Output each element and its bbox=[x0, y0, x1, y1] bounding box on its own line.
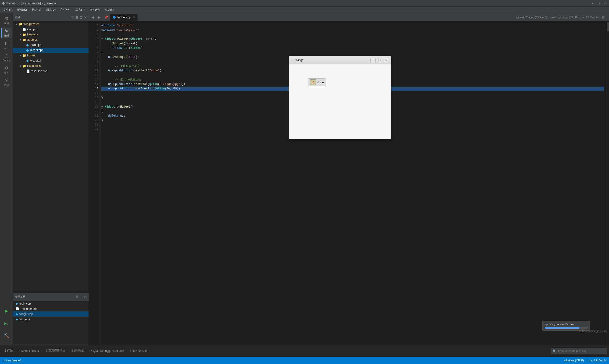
status-bar: ⎇ icon [master] Windows (CRLF) Line: 15,… bbox=[0, 357, 609, 364]
tree-icon: 📁 bbox=[22, 33, 26, 36]
menu-item-构建(B)[interactable]: 构建(B) bbox=[29, 7, 43, 13]
toolbar-split-btn[interactable]: ⊟ bbox=[600, 14, 606, 20]
activity-item-project[interactable]: ⚙项目 bbox=[1, 65, 12, 75]
search-bar[interactable]: 🔍 bbox=[551, 348, 607, 354]
tree-arrow: ▶ bbox=[19, 33, 22, 36]
widget-titlebar: ⚙ Widget − □ × bbox=[289, 56, 391, 64]
widget-maximize-btn[interactable]: □ bbox=[377, 58, 382, 63]
open-docs-header: 打开文档 ⇅ ⊡ ✕ bbox=[13, 293, 89, 301]
tree-item-root[interactable]: ▼ 📁 icon [master] bbox=[13, 21, 89, 27]
project-label: 项目 bbox=[4, 71, 9, 75]
tree-item-forms[interactable]: ▼ 📁 Forms bbox=[13, 53, 89, 58]
menu-item-编辑(E)[interactable]: 编辑(E) bbox=[15, 7, 29, 13]
activity-run[interactable]: ▶ bbox=[1, 306, 12, 316]
line-num-12: 12 bbox=[91, 73, 98, 78]
menu-item-调试(D)[interactable]: 调试(D) bbox=[43, 7, 58, 13]
widget-doge-button[interactable]: 🐕 doge bbox=[308, 78, 326, 86]
editor-area: ◀ ▶ 📌 🔷 widget.cpp ✕ Widget::Widget(QWid… bbox=[89, 13, 609, 345]
menu-item-Analyze[interactable]: Analyze bbox=[58, 7, 73, 13]
line-num-1: 1 bbox=[91, 23, 98, 28]
line-num-16: 16 bbox=[91, 91, 98, 96]
close-button[interactable]: × bbox=[603, 1, 607, 5]
tree-icon: 📁 bbox=[19, 22, 22, 26]
locator-progress-container bbox=[544, 327, 588, 328]
menu-item-工具(T)[interactable]: 工具(T) bbox=[73, 7, 87, 13]
open-docs-filter-icon[interactable]: ⇅ bbox=[75, 295, 78, 299]
toolbar-pin-button[interactable]: 📌 bbox=[103, 14, 109, 20]
line-col-status[interactable]: Line: 15, Col: 44 bbox=[588, 359, 607, 362]
bottom-tab-5-QML-Debugger-Console[interactable]: 5 QML Debugger Console bbox=[88, 348, 127, 354]
open-doc-widget.ui[interactable]: ◆widget.ui bbox=[13, 317, 89, 322]
tree-item-name: Headers bbox=[27, 33, 38, 36]
maximize-button[interactable]: □ bbox=[597, 1, 601, 5]
activity-item-edit[interactable]: ✎编辑 bbox=[1, 28, 12, 38]
open-doc-main.cpp[interactable]: ◆main.cpp bbox=[13, 301, 89, 306]
encoding-status[interactable]: Windows (CRLF) bbox=[564, 359, 584, 362]
sidebar-filter-icon[interactable]: ⇅ bbox=[71, 15, 74, 19]
line-numbers: 123456789101112131415161718192021222324 bbox=[89, 21, 99, 345]
activity-build[interactable]: 🔨 bbox=[1, 331, 12, 341]
minimize-button[interactable]: − bbox=[590, 1, 595, 5]
edit-label: 编辑 bbox=[4, 34, 9, 37]
menu-item-文件(F)[interactable]: 文件(F) bbox=[1, 7, 15, 13]
toolbar-back-button[interactable]: ◀ bbox=[90, 14, 96, 20]
tab-close-button[interactable]: ✕ bbox=[133, 16, 135, 19]
widget-minimize-btn[interactable]: − bbox=[370, 58, 376, 63]
open-docs-close-icon[interactable]: ✕ bbox=[84, 295, 87, 299]
git-status[interactable]: ⎇ icon [master] bbox=[2, 359, 21, 362]
activity-item-welcome[interactable]: ⊞欢迎 bbox=[1, 15, 12, 26]
activity-item-help[interactable]: ?帮助 bbox=[1, 77, 12, 88]
open-docs-title: 打开文档 bbox=[15, 295, 74, 299]
sidebar-split-icon[interactable]: ⊡ bbox=[80, 15, 83, 19]
scroll-thumb[interactable] bbox=[607, 22, 609, 31]
bottom-tab-2-Search-Results[interactable]: 2 Search Results bbox=[16, 348, 43, 354]
open-doc-name: main.cpp bbox=[19, 302, 31, 305]
line-num-23: 23 bbox=[91, 123, 98, 127]
tree-item-headers[interactable]: ▶ 📁 Headers bbox=[13, 32, 89, 37]
tree-item-main_cpp[interactable]: ◆ main.cpp bbox=[13, 42, 89, 48]
open-doc-name: widget.cpp bbox=[19, 312, 33, 316]
help-label: 帮助 bbox=[4, 83, 9, 87]
tab-widget-cpp[interactable]: 🔷 widget.cpp ✕ bbox=[110, 14, 138, 21]
editor-toolbar: ◀ ▶ 📌 🔷 widget.cpp ✕ Widget::Widget(QWid… bbox=[89, 13, 609, 21]
sidebar-close-icon[interactable]: ✕ bbox=[84, 15, 87, 19]
welcome-icon: ⊞ bbox=[4, 16, 8, 21]
tree-item-widget_ui[interactable]: ◆ widget.ui bbox=[13, 58, 89, 63]
tree-item-icon_pro[interactable]: 📄 icon.pro bbox=[13, 27, 89, 32]
widget-app-icon: ⚙ bbox=[291, 58, 294, 62]
design-icon: ◧ bbox=[4, 41, 8, 46]
open-doc-widget.cpp[interactable]: ◆widget.cpp bbox=[13, 312, 89, 317]
search-input[interactable] bbox=[557, 350, 605, 353]
bottom-tab-1-问题[interactable]: 1 问题 bbox=[2, 348, 16, 354]
menu-item-帮助(H)[interactable]: 帮助(H) bbox=[102, 7, 117, 13]
doge-icon: 🐕 bbox=[310, 79, 316, 85]
bottom-tab-8-Test-Results[interactable]: 8 Test Results bbox=[127, 348, 150, 354]
tab-widget-cpp-label: widget.cpp bbox=[117, 16, 131, 19]
tree-item-resource_qrc[interactable]: 📄 resource.qrc bbox=[13, 68, 89, 74]
bottom-tab-3-应用程序输出[interactable]: 3 应用程序输出 bbox=[43, 348, 68, 354]
tree-item-resources[interactable]: ▼ 📁 Resources bbox=[13, 63, 89, 68]
fold-arrow[interactable]: ▼ bbox=[101, 37, 104, 41]
tree-item-widget_cpp[interactable]: ◆ widget.cpp bbox=[13, 48, 89, 53]
project-icon: ⚙ bbox=[4, 65, 8, 71]
line-num-17: 17 bbox=[91, 96, 98, 100]
bottom-tab-4-编译输出[interactable]: 4 编译输出 bbox=[68, 348, 88, 354]
sidebar-sync-icon[interactable]: ⊞ bbox=[75, 15, 78, 19]
widget-close-btn[interactable]: × bbox=[384, 58, 389, 63]
open-doc-resource.qrc[interactable]: 📄resource.qrc bbox=[13, 306, 89, 312]
activity-debug-run[interactable]: ▶↓ bbox=[1, 318, 12, 329]
widget-content: 🐕 doge bbox=[289, 64, 391, 139]
tree-item-sources[interactable]: ▼ 📁 Sources bbox=[13, 37, 89, 42]
code-line-3 bbox=[101, 32, 604, 37]
menu-item-控件(W)[interactable]: 控件(W) bbox=[87, 7, 102, 13]
activity-item-debug[interactable]: ⬡Debug bbox=[1, 52, 12, 63]
fold-arrow[interactable]: ▼ bbox=[101, 105, 104, 109]
line-col-status-label: Line: 15, Col: 44 bbox=[588, 359, 607, 362]
code-scrollbar[interactable] bbox=[606, 21, 609, 345]
open-docs-panel: 打开文档 ⇅ ⊡ ✕ ◆main.cpp📄resource.qrc◆widget… bbox=[13, 293, 89, 345]
toolbar-forward-button[interactable]: ▶ bbox=[97, 14, 102, 20]
activity-item-design[interactable]: ◧设计 bbox=[1, 40, 12, 51]
file-tree: ▼ 📁 icon [master] 📄 icon.pro ▶ 📁 Headers… bbox=[13, 21, 89, 293]
open-docs-split-icon[interactable]: ⊡ bbox=[80, 295, 83, 299]
line-num-7: 7 bbox=[91, 51, 98, 55]
